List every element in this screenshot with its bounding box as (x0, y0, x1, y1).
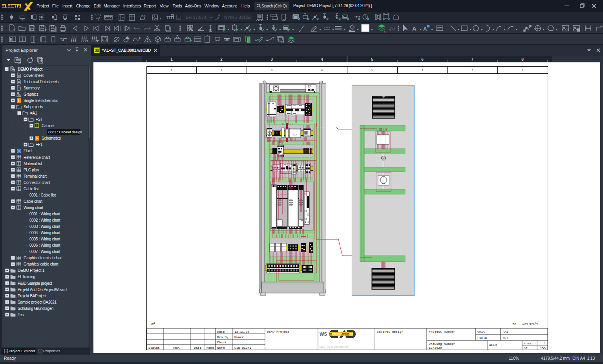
svg-text:Name: Name (206, 346, 214, 349)
svg-text:=A1: =A1 (502, 330, 508, 333)
svg-text:6: 6 (422, 69, 423, 72)
svg-text:Check: Check (217, 340, 227, 344)
svg-text:Graphics: Graphics (24, 92, 38, 96)
svg-text:Norm: Norm (217, 346, 225, 349)
svg-text:2: 2 (221, 69, 222, 72)
svg-text:4: 4 (321, 57, 323, 62)
svg-text:+ST: +ST (36, 117, 43, 122)
svg-text:Wiring chart: Wiring chart (24, 206, 43, 210)
svg-text:1: 1 (170, 57, 173, 62)
svg-text:WS: WS (320, 331, 327, 337)
svg-text:PLC plan: PLC plan (24, 168, 39, 172)
svg-text:to: to (512, 322, 516, 326)
svg-text:0005 : Wiring chart: 0005 : Wiring chart (29, 237, 60, 241)
svg-text:8: 8 (521, 57, 524, 62)
svg-text:Date: Date (217, 330, 225, 333)
svg-text:2024: 2024 (28, 9, 31, 11)
svg-text:Connector chart: Connector chart (24, 180, 50, 185)
svg-text:3: 3 (270, 57, 273, 62)
svg-text:ELECTRICAL ENGINEERING: ELECTRICAL ENGINEERING (320, 346, 349, 348)
svg-text:Date: Date (194, 346, 201, 349)
svg-text:12/2020: 12/2020 (429, 346, 442, 349)
svg-text:12.11.20: 12.11.20 (234, 330, 250, 333)
svg-text:A: A (412, 25, 417, 32)
svg-text:3D: 3D (96, 16, 100, 20)
svg-text:Reference chart: Reference chart (24, 155, 50, 160)
svg-text:+P1: +P1 (36, 142, 43, 147)
svg-text:of: of (151, 322, 155, 326)
svg-text:Schulung Grundlagen: Schulung Grundlagen (18, 306, 53, 311)
svg-text:Cover sheet: Cover sheet (24, 73, 44, 78)
svg-text:Technical Datasheets: Technical Datasheets (24, 80, 58, 84)
svg-text:0001 : Cable list: 0001 : Cable list (29, 193, 56, 197)
svg-text:0002 : Wiring chart: 0002 : Wiring chart (29, 218, 60, 222)
svg-text:Terminal chart: Terminal chart (24, 174, 47, 178)
svg-text:Drn By: Drn By (217, 335, 228, 339)
svg-text:Drawing number: Drawing number (429, 342, 455, 346)
svg-text:0006 : Wiring chart: 0006 : Wiring chart (29, 243, 60, 248)
svg-text:7: 7 (471, 69, 473, 72)
svg-text:Unit: Unit (477, 330, 485, 333)
svg-text:=A1: =A1 (30, 111, 37, 115)
svg-text:Test: Test (18, 313, 25, 317)
svg-text:A: A (423, 26, 427, 32)
svg-text:5: 5 (371, 69, 373, 72)
svg-text:0007 : Wiring chart: 0007 : Wiring chart (29, 249, 60, 254)
svg-text:Subprojects: Subprojects (24, 105, 43, 109)
svg-text:&ELU: &ELU (489, 343, 497, 347)
svg-text:Graphical cable chart: Graphical cable chart (24, 262, 58, 266)
svg-text:=A1+P1/1: =A1+P1/1 (522, 322, 538, 326)
svg-text:Project number: Project number (429, 330, 455, 333)
svg-text:6: 6 (421, 57, 424, 62)
svg-text:sheet: sheet (524, 342, 533, 345)
svg-text:0003 : Wiring chart: 0003 : Wiring chart (29, 224, 60, 229)
svg-text:Muwer: Muwer (234, 335, 244, 339)
svg-text:DEMO Project: DEMO Project (267, 330, 290, 333)
svg-text:Schematics: Schematics (42, 136, 61, 140)
svg-text:Material list: Material list (24, 162, 42, 166)
svg-text:Projekt BAProject: Projekt BAProject (18, 294, 47, 298)
svg-text:BR 170/70: BR 170/70 (186, 15, 206, 20)
svg-text:1: 1 (544, 342, 546, 345)
svg-text:3: 3 (271, 69, 272, 72)
svg-text:8: 8 (522, 69, 523, 72)
svg-text:0001 : Cabinet design: 0001 : Cabinet design (48, 130, 82, 134)
svg-text:Fluid: Fluid (24, 149, 31, 153)
svg-text:of: of (524, 346, 528, 350)
svg-text:4: 4 (321, 69, 323, 72)
svg-text:0001 : Wiring chart: 0001 : Wiring chart (29, 212, 60, 216)
svg-text:Summary: Summary (24, 86, 40, 90)
svg-text:NYM-J 3x1,5: NYM-J 3x1,5 (224, 15, 249, 20)
svg-text:Cabinet design: Cabinet design (377, 330, 403, 333)
svg-text:rev.: rev. (173, 346, 181, 349)
svg-text:0004 : Wiring chart: 0004 : Wiring chart (29, 231, 60, 235)
svg-text:Graphical terminal chart: Graphical terminal chart (24, 256, 62, 260)
svg-text:Sample project BA2021: Sample project BA2021 (18, 300, 57, 304)
svg-text:2: 2 (220, 57, 223, 62)
svg-text:EI Training: EI Training (18, 275, 35, 279)
svg-text:Projekt Add-On ProjectWizard: Projekt Add-On ProjectWizard (18, 288, 66, 292)
svg-text:1: 1 (171, 69, 172, 72)
svg-text:DEMO Project: DEMO Project (18, 67, 43, 71)
svg-text:Cable list: Cable list (24, 187, 39, 191)
svg-text:Cabinet: Cabinet (42, 124, 55, 128)
svg-text:Cable chart: Cable chart (24, 199, 42, 204)
svg-text:Single line schematic: Single line schematic (24, 98, 58, 103)
svg-text:7: 7 (471, 57, 473, 62)
svg-text:5: 5 (371, 57, 373, 62)
svg-text:+ST: +ST (502, 336, 508, 340)
svg-text:P&ID Sample project: P&ID Sample project (18, 281, 52, 286)
svg-text:DEMO Project 1: DEMO Project 1 (18, 268, 45, 273)
svg-text:Status: Status (148, 346, 160, 349)
svg-text:155: 155 (540, 346, 546, 350)
svg-text:Field: Field (477, 336, 487, 340)
svg-text:DIN 81246: DIN 81246 (234, 346, 251, 349)
